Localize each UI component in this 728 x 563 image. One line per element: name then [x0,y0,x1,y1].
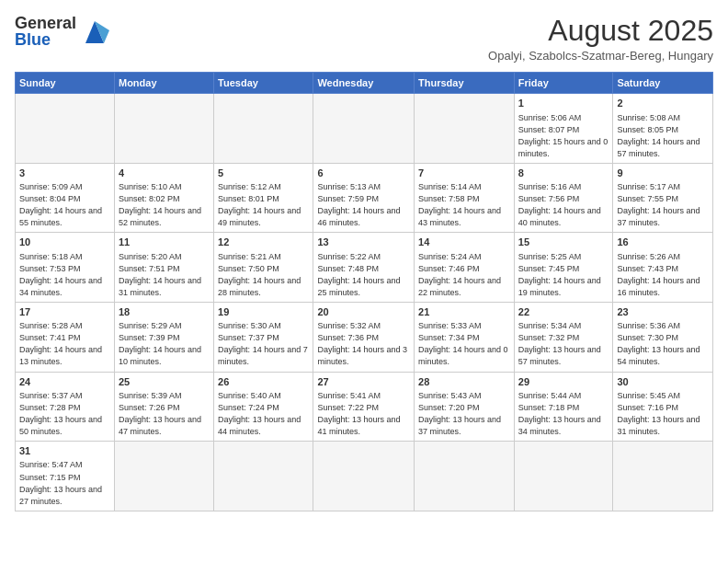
weekday-header-tuesday: Tuesday [214,73,313,94]
day-info: Sunrise: 5:13 AM Sunset: 7:59 PM Dayligh… [317,181,410,229]
day-number: 20 [317,305,410,319]
day-info: Sunrise: 5:20 AM Sunset: 7:51 PM Dayligh… [119,251,210,299]
month-year-title: August 2025 [488,15,713,47]
calendar-header-row: SundayMondayTuesdayWednesdayThursdayFrid… [16,73,713,94]
day-info: Sunrise: 5:41 AM Sunset: 7:22 PM Dayligh… [317,390,410,438]
day-info: Sunrise: 5:39 AM Sunset: 7:26 PM Dayligh… [119,390,210,438]
calendar-week-row: 10Sunrise: 5:18 AM Sunset: 7:53 PM Dayli… [16,233,713,303]
day-info: Sunrise: 5:24 AM Sunset: 7:46 PM Dayligh… [418,251,510,299]
day-number: 3 [19,167,110,180]
logo-text: General Blue [15,15,76,48]
calendar-cell [214,442,313,511]
day-number: 13 [317,236,410,249]
day-info: Sunrise: 5:21 AM Sunset: 7:50 PM Dayligh… [218,251,309,299]
day-number: 11 [119,236,210,249]
day-number: 26 [218,375,309,389]
calendar-cell: 20Sunrise: 5:32 AM Sunset: 7:36 PM Dayli… [313,302,415,372]
day-info: Sunrise: 5:44 AM Sunset: 7:18 PM Dayligh… [518,390,609,438]
calendar-cell [514,442,613,511]
calendar-cell: 9Sunrise: 5:17 AM Sunset: 7:55 PM Daylig… [613,163,713,233]
day-number: 28 [418,375,510,389]
day-number: 5 [218,167,309,180]
weekday-header-sunday: Sunday [16,73,115,94]
calendar-cell: 6Sunrise: 5:13 AM Sunset: 7:59 PM Daylig… [313,163,415,233]
calendar-cell [415,442,515,511]
calendar-table: SundayMondayTuesdayWednesdayThursdayFrid… [15,72,713,511]
day-info: Sunrise: 5:18 AM Sunset: 7:53 PM Dayligh… [19,251,110,299]
calendar-cell: 8Sunrise: 5:16 AM Sunset: 7:56 PM Daylig… [514,163,613,233]
day-number: 10 [19,236,110,249]
day-number: 31 [19,444,110,458]
calendar-week-row: 1Sunrise: 5:06 AM Sunset: 8:07 PM Daylig… [16,94,713,164]
page-header: General Blue August 2025 Opalyi, Szabolc… [15,15,713,63]
calendar-cell: 1Sunrise: 5:06 AM Sunset: 8:07 PM Daylig… [514,94,613,164]
calendar-cell: 26Sunrise: 5:40 AM Sunset: 7:24 PM Dayli… [214,372,313,442]
calendar-cell: 22Sunrise: 5:34 AM Sunset: 7:32 PM Dayli… [514,302,613,372]
day-info: Sunrise: 5:09 AM Sunset: 8:04 PM Dayligh… [19,181,110,229]
calendar-cell: 4Sunrise: 5:10 AM Sunset: 8:02 PM Daylig… [114,163,213,233]
logo-blue: Blue [15,30,51,49]
day-info: Sunrise: 5:16 AM Sunset: 7:56 PM Dayligh… [518,181,609,229]
calendar-cell: 10Sunrise: 5:18 AM Sunset: 7:53 PM Dayli… [16,233,115,303]
day-number: 7 [418,167,510,180]
day-number: 19 [218,305,309,319]
calendar-cell [114,94,213,164]
day-info: Sunrise: 5:34 AM Sunset: 7:32 PM Dayligh… [518,320,609,368]
calendar-cell: 12Sunrise: 5:21 AM Sunset: 7:50 PM Dayli… [214,233,313,303]
calendar-cell: 17Sunrise: 5:28 AM Sunset: 7:41 PM Dayli… [16,302,115,372]
calendar-cell [313,442,415,511]
calendar-page: General Blue August 2025 Opalyi, Szabolc… [0,0,728,563]
calendar-cell: 25Sunrise: 5:39 AM Sunset: 7:26 PM Dayli… [114,372,213,442]
day-info: Sunrise: 5:33 AM Sunset: 7:34 PM Dayligh… [418,320,510,368]
day-info: Sunrise: 5:40 AM Sunset: 7:24 PM Dayligh… [218,390,309,438]
day-number: 2 [617,97,709,110]
day-info: Sunrise: 5:26 AM Sunset: 7:43 PM Dayligh… [617,251,709,299]
day-number: 27 [317,375,410,389]
calendar-cell [214,94,313,164]
day-number: 30 [617,375,709,389]
calendar-cell: 3Sunrise: 5:09 AM Sunset: 8:04 PM Daylig… [16,163,115,233]
day-info: Sunrise: 5:28 AM Sunset: 7:41 PM Dayligh… [19,320,110,368]
location-subtitle: Opalyi, Szabolcs-Szatmar-Bereg, Hungary [488,49,713,63]
weekday-header-saturday: Saturday [613,73,713,94]
calendar-cell [313,94,415,164]
day-number: 4 [119,167,210,180]
calendar-cell: 15Sunrise: 5:25 AM Sunset: 7:45 PM Dayli… [514,233,613,303]
weekday-header-thursday: Thursday [415,73,515,94]
calendar-cell: 27Sunrise: 5:41 AM Sunset: 7:22 PM Dayli… [313,372,415,442]
day-info: Sunrise: 5:43 AM Sunset: 7:20 PM Dayligh… [418,390,510,438]
calendar-cell: 21Sunrise: 5:33 AM Sunset: 7:34 PM Dayli… [415,302,515,372]
day-info: Sunrise: 5:37 AM Sunset: 7:28 PM Dayligh… [19,390,110,438]
day-number: 16 [617,236,709,249]
weekday-header-friday: Friday [514,73,613,94]
day-info: Sunrise: 5:32 AM Sunset: 7:36 PM Dayligh… [317,320,410,368]
day-number: 21 [418,305,510,319]
weekday-header-wednesday: Wednesday [313,73,415,94]
calendar-cell: 18Sunrise: 5:29 AM Sunset: 7:39 PM Dayli… [114,302,213,372]
calendar-cell [613,442,713,511]
day-number: 29 [518,375,609,389]
day-info: Sunrise: 5:14 AM Sunset: 7:58 PM Dayligh… [418,181,510,229]
day-info: Sunrise: 5:10 AM Sunset: 8:02 PM Dayligh… [119,181,210,229]
day-number: 6 [317,167,410,180]
calendar-cell: 2Sunrise: 5:08 AM Sunset: 8:05 PM Daylig… [613,94,713,164]
calendar-cell: 29Sunrise: 5:44 AM Sunset: 7:18 PM Dayli… [514,372,613,442]
day-number: 25 [119,375,210,389]
day-number: 18 [119,305,210,319]
day-info: Sunrise: 5:17 AM Sunset: 7:55 PM Dayligh… [617,181,709,229]
day-number: 14 [418,236,510,249]
calendar-cell: 28Sunrise: 5:43 AM Sunset: 7:20 PM Dayli… [415,372,515,442]
logo-icon [80,17,109,45]
day-info: Sunrise: 5:25 AM Sunset: 7:45 PM Dayligh… [518,251,609,299]
day-number: 9 [617,167,709,180]
calendar-week-row: 17Sunrise: 5:28 AM Sunset: 7:41 PM Dayli… [16,302,713,372]
day-number: 23 [617,305,709,319]
day-info: Sunrise: 5:12 AM Sunset: 8:01 PM Dayligh… [218,181,309,229]
logo-general: General [15,14,76,32]
day-info: Sunrise: 5:22 AM Sunset: 7:48 PM Dayligh… [317,251,410,299]
day-number: 15 [518,236,609,249]
calendar-cell: 7Sunrise: 5:14 AM Sunset: 7:58 PM Daylig… [415,163,515,233]
day-number: 12 [218,236,309,249]
day-info: Sunrise: 5:30 AM Sunset: 7:37 PM Dayligh… [218,320,309,368]
calendar-week-row: 3Sunrise: 5:09 AM Sunset: 8:04 PM Daylig… [16,163,713,233]
